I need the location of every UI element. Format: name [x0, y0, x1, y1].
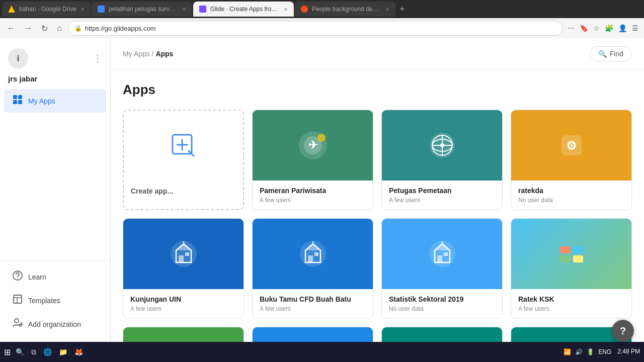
avatar[interactable]: i: [8, 48, 28, 68]
app-card-4[interactable]: Buku Tamu CFD Buah Batu A few users: [252, 218, 373, 319]
tab-2-close[interactable]: ✕: [182, 7, 186, 12]
start-button[interactable]: ⊞: [4, 347, 11, 357]
tab-2[interactable]: pelatihan petugas survei - Goo... ✕: [92, 2, 192, 17]
app-card-info-6: Ratek KSK A few users: [511, 289, 631, 318]
tab-1-close[interactable]: ✕: [80, 7, 85, 12]
forward-button[interactable]: →: [21, 23, 35, 34]
app-card-8[interactable]: Simulasi Pelatih... A few users: [252, 327, 373, 342]
sidebar-item-learn[interactable]: Learn: [4, 265, 106, 289]
svg-rect-2: [13, 100, 17, 104]
app-container: i ⋮ jrs jabar My Apps: [0, 38, 644, 342]
app-name-4: Buku Tamu CFD Buah Batu: [260, 295, 366, 303]
sidebar-item-myapps-label: My Apps: [28, 97, 55, 105]
url-display: https://go.glideapps.com: [85, 25, 556, 32]
tab-2-title: pelatihan petugas survei - Goo...: [109, 6, 178, 13]
tab-3-title: Glide · Create Apps from Goog...: [210, 6, 280, 13]
reload-button[interactable]: ↻: [38, 23, 51, 34]
tab-1-title: bahan - Google Drive: [19, 6, 76, 13]
tab-3-close[interactable]: ✕: [284, 7, 288, 12]
app-card-2[interactable]: ⚙ ratekda No user data: [511, 110, 632, 210]
app-icon-kunjungan: [166, 236, 201, 272]
find-icon: 🔍: [598, 50, 607, 58]
sidebar-item-myapps[interactable]: My Apps: [4, 89, 106, 113]
app-card-7[interactable]: 🌿 Ratek KSK BPS... A few users: [123, 327, 244, 342]
app-card-info-3: Kunjungan UIN A few users: [123, 289, 244, 318]
home-button[interactable]: ⌂: [54, 23, 65, 34]
taskbar-taskview-icon[interactable]: ⧉: [29, 346, 38, 358]
profile-icon[interactable]: 👤: [617, 23, 628, 34]
back-button[interactable]: ←: [4, 23, 18, 34]
myapps-icon: [12, 94, 23, 108]
svg-rect-40: [573, 255, 583, 262]
app-users-3: A few users: [130, 305, 236, 312]
create-app-label: Create app...: [131, 187, 236, 195]
create-app-icon-area: [124, 111, 243, 181]
svg-rect-30: [185, 252, 189, 256]
app-card-6[interactable]: Ratek KSK A few users: [511, 218, 632, 319]
app-card-3[interactable]: Kunjungan UIN A few users: [123, 218, 244, 319]
svg-rect-39: [560, 255, 570, 262]
tab-3[interactable]: Glide · Create Apps from Goog... ✕: [193, 2, 294, 17]
help-button[interactable]: ?: [612, 320, 634, 342]
breadcrumb-parent[interactable]: My Apps: [123, 50, 150, 58]
volume-icon[interactable]: 🔊: [575, 348, 583, 355]
star-icon[interactable]: ☆: [592, 23, 601, 34]
tab-4-close[interactable]: ✕: [385, 7, 389, 12]
more-button[interactable]: ⋯: [566, 23, 576, 34]
app-card-image-7: 🌿: [123, 327, 244, 342]
breadcrumb-current: Apps: [155, 50, 173, 58]
svg-rect-0: [13, 95, 17, 99]
app-card-1[interactable]: Petugas Pemetaan A few users: [381, 110, 503, 210]
taskbar-search-icon[interactable]: 🔍: [14, 346, 26, 358]
taskbar: ⊞ 🔍 ⧉ 🌐 📁 🦊 📶 🔊 🔋 ENG 2:48 PM: [0, 342, 644, 362]
bookmark-icon[interactable]: 🔖: [578, 23, 590, 34]
taskbar-explorer-icon[interactable]: 📁: [57, 346, 69, 358]
find-button[interactable]: 🔍 Find: [590, 46, 632, 61]
app-card-0[interactable]: ✈ Pameran Pariwisata A few users: [252, 110, 373, 210]
sidebar-item-templates-label: Templates: [28, 297, 60, 305]
app-name-3: Kunjungan UIN: [130, 295, 236, 303]
svg-rect-6: [14, 295, 22, 303]
app-users-0: A few users: [260, 197, 366, 204]
sidebar-menu-icon[interactable]: ⋮: [93, 53, 102, 64]
app-card-9[interactable]: INFORMASI BUKU RB BPS JABAR MENUJU TLAK.…: [381, 327, 503, 342]
svg-rect-38: [573, 246, 583, 253]
app-card-image-1: [382, 110, 502, 180]
main-content: My Apps / Apps 🔍 Find Apps: [111, 38, 644, 342]
create-app-card[interactable]: Create app...: [123, 110, 244, 210]
new-tab-button[interactable]: +: [396, 4, 408, 15]
taskbar-app-icon[interactable]: 🦊: [72, 346, 85, 358]
tab-1[interactable]: bahan - Google Drive ✕: [2, 2, 91, 17]
app-name-1: Petugas Pemetaan: [389, 187, 495, 195]
svg-text:⚙: ⚙: [566, 139, 577, 152]
extensions-icon[interactable]: 🧩: [603, 23, 615, 34]
app-users-1: A few users: [389, 197, 495, 204]
taskbar-chrome-icon[interactable]: 🌐: [41, 346, 54, 358]
svg-point-19: [317, 134, 326, 142]
app-name-5: Statistik Sektoral 2019: [389, 295, 495, 303]
toolbar-icons: ⋯ 🔖 ☆ 🧩 👤 ☰: [566, 23, 640, 34]
address-bar[interactable]: 🔒 https://go.glideapps.com: [68, 21, 563, 36]
app-card-image-2: ⚙: [511, 110, 631, 180]
tab-4[interactable]: People background design | Fr... ✕: [295, 2, 395, 17]
network-icon[interactable]: 📶: [564, 348, 571, 355]
tab-4-title: People background design | Fr...: [312, 6, 381, 13]
app-card-image-4: [253, 219, 373, 289]
app-card-image-0: ✈: [253, 110, 373, 180]
app-icon-ratekda: ⚙: [554, 128, 589, 163]
addorg-icon: [12, 317, 23, 331]
app-card-info-2: ratekda No user data: [511, 180, 631, 210]
sidebar: i ⋮ jrs jabar My Apps: [0, 38, 111, 342]
sidebar-item-learn-label: Learn: [28, 273, 46, 281]
app-card-info-0: Pameran Pariwisata A few users: [253, 180, 373, 210]
svg-point-5: [17, 278, 18, 279]
battery-icon[interactable]: 🔋: [587, 348, 594, 355]
sidebar-item-addorg[interactable]: Add organization: [4, 312, 106, 336]
app-card-5[interactable]: Statistik Sektoral 2019 No user data: [381, 218, 503, 319]
app-icon-ratek: [554, 236, 589, 272]
menu-icon[interactable]: ☰: [630, 23, 640, 34]
user-name: jrs jabar: [0, 72, 110, 89]
sidebar-item-templates[interactable]: Templates: [4, 289, 106, 312]
lang-indicator[interactable]: ENG: [598, 348, 611, 355]
svg-text:✈: ✈: [308, 139, 318, 151]
